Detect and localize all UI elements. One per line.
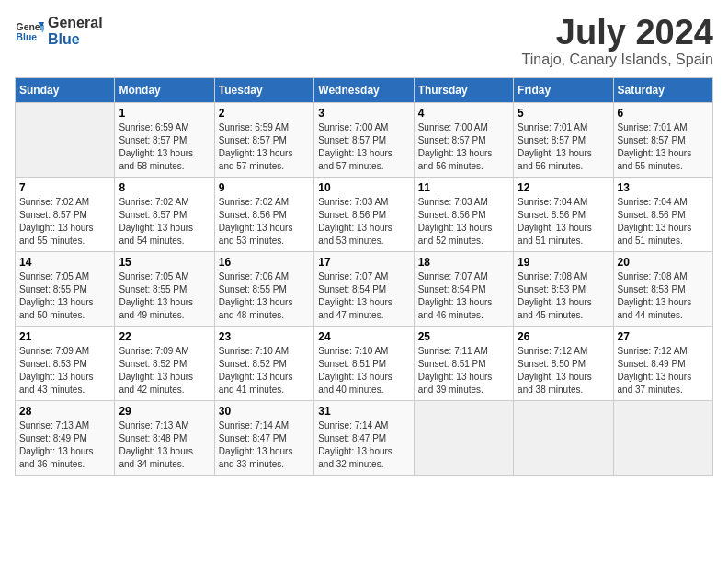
weekday-header-sunday: Sunday bbox=[16, 78, 115, 103]
calendar-week-row: 7Sunrise: 7:02 AM Sunset: 8:57 PM Daylig… bbox=[16, 178, 713, 252]
day-number: 22 bbox=[119, 330, 210, 343]
day-number: 12 bbox=[518, 181, 609, 194]
day-info: Sunrise: 7:02 AM Sunset: 8:57 PM Dayligh… bbox=[19, 196, 110, 247]
calendar-cell bbox=[514, 401, 613, 476]
day-number: 29 bbox=[119, 405, 210, 418]
day-info: Sunrise: 6:59 AM Sunset: 8:57 PM Dayligh… bbox=[119, 121, 210, 173]
day-info: Sunrise: 7:05 AM Sunset: 8:55 PM Dayligh… bbox=[19, 270, 110, 322]
day-info: Sunrise: 7:03 AM Sunset: 8:56 PM Dayligh… bbox=[418, 196, 509, 247]
calendar-cell: 12Sunrise: 7:04 AM Sunset: 8:56 PM Dayli… bbox=[514, 178, 613, 252]
calendar-cell: 25Sunrise: 7:11 AM Sunset: 8:51 PM Dayli… bbox=[414, 327, 513, 401]
day-info: Sunrise: 7:07 AM Sunset: 8:54 PM Dayligh… bbox=[418, 270, 509, 322]
svg-text:Blue: Blue bbox=[17, 32, 38, 42]
day-info: Sunrise: 7:01 AM Sunset: 8:57 PM Dayligh… bbox=[618, 121, 709, 173]
weekday-header-saturday: Saturday bbox=[613, 78, 712, 103]
weekday-header-friday: Friday bbox=[514, 78, 613, 103]
calendar-cell: 16Sunrise: 7:06 AM Sunset: 8:55 PM Dayli… bbox=[214, 252, 313, 327]
day-number: 2 bbox=[219, 107, 310, 120]
day-number: 30 bbox=[219, 405, 310, 418]
calendar-week-row: 1Sunrise: 6:59 AM Sunset: 8:57 PM Daylig… bbox=[16, 103, 713, 178]
calendar-cell: 31Sunrise: 7:14 AM Sunset: 8:47 PM Dayli… bbox=[314, 401, 414, 476]
title-area: July 2024 Tinajo, Canary Islands, Spain bbox=[522, 15, 713, 68]
calendar-cell: 13Sunrise: 7:04 AM Sunset: 8:56 PM Dayli… bbox=[613, 178, 712, 252]
day-number: 23 bbox=[219, 330, 310, 343]
calendar-cell: 17Sunrise: 7:07 AM Sunset: 8:54 PM Dayli… bbox=[314, 252, 414, 327]
calendar-cell: 21Sunrise: 7:09 AM Sunset: 8:53 PM Dayli… bbox=[16, 327, 115, 401]
day-info: Sunrise: 7:02 AM Sunset: 8:56 PM Dayligh… bbox=[219, 196, 310, 247]
weekday-header-monday: Monday bbox=[115, 78, 214, 103]
calendar-cell: 5Sunrise: 7:01 AM Sunset: 8:57 PM Daylig… bbox=[514, 103, 613, 178]
day-number: 8 bbox=[119, 181, 210, 194]
day-info: Sunrise: 7:01 AM Sunset: 8:57 PM Dayligh… bbox=[518, 121, 609, 173]
day-number: 11 bbox=[418, 181, 509, 194]
calendar-cell: 14Sunrise: 7:05 AM Sunset: 8:55 PM Dayli… bbox=[16, 252, 115, 327]
day-info: Sunrise: 7:13 AM Sunset: 8:48 PM Dayligh… bbox=[119, 419, 210, 471]
logo-icon: General Blue bbox=[15, 18, 44, 44]
calendar-cell: 27Sunrise: 7:12 AM Sunset: 8:49 PM Dayli… bbox=[613, 327, 712, 401]
calendar-cell: 30Sunrise: 7:14 AM Sunset: 8:47 PM Dayli… bbox=[214, 401, 313, 476]
day-number: 26 bbox=[518, 330, 609, 343]
day-number: 17 bbox=[318, 256, 409, 269]
day-info: Sunrise: 7:10 AM Sunset: 8:51 PM Dayligh… bbox=[318, 345, 409, 396]
calendar-cell: 2Sunrise: 6:59 AM Sunset: 8:57 PM Daylig… bbox=[214, 103, 313, 178]
day-info: Sunrise: 7:03 AM Sunset: 8:56 PM Dayligh… bbox=[318, 196, 409, 247]
day-info: Sunrise: 7:08 AM Sunset: 8:53 PM Dayligh… bbox=[518, 270, 609, 322]
calendar-cell bbox=[414, 401, 513, 476]
calendar-cell bbox=[16, 103, 115, 178]
day-info: Sunrise: 7:09 AM Sunset: 8:53 PM Dayligh… bbox=[19, 345, 110, 396]
logo-general: General bbox=[48, 15, 103, 31]
day-info: Sunrise: 7:07 AM Sunset: 8:54 PM Dayligh… bbox=[318, 270, 409, 322]
day-number: 31 bbox=[318, 405, 409, 418]
day-info: Sunrise: 7:00 AM Sunset: 8:57 PM Dayligh… bbox=[318, 121, 409, 173]
day-number: 7 bbox=[19, 181, 110, 194]
day-info: Sunrise: 7:02 AM Sunset: 8:57 PM Dayligh… bbox=[119, 196, 210, 247]
day-number: 9 bbox=[219, 181, 310, 194]
day-info: Sunrise: 7:00 AM Sunset: 8:57 PM Dayligh… bbox=[418, 121, 509, 173]
day-number: 18 bbox=[418, 256, 509, 269]
day-info: Sunrise: 7:04 AM Sunset: 8:56 PM Dayligh… bbox=[618, 196, 709, 247]
logo: General Blue General Blue bbox=[15, 15, 103, 47]
day-number: 1 bbox=[119, 107, 210, 120]
calendar-cell: 23Sunrise: 7:10 AM Sunset: 8:52 PM Dayli… bbox=[214, 327, 313, 401]
calendar-cell: 6Sunrise: 7:01 AM Sunset: 8:57 PM Daylig… bbox=[613, 103, 712, 178]
calendar-cell: 26Sunrise: 7:12 AM Sunset: 8:50 PM Dayli… bbox=[514, 327, 613, 401]
day-number: 16 bbox=[219, 256, 310, 269]
weekday-header-row: SundayMondayTuesdayWednesdayThursdayFrid… bbox=[16, 78, 713, 103]
day-number: 21 bbox=[19, 330, 110, 343]
day-info: Sunrise: 7:04 AM Sunset: 8:56 PM Dayligh… bbox=[518, 196, 609, 247]
calendar-cell: 29Sunrise: 7:13 AM Sunset: 8:48 PM Dayli… bbox=[115, 401, 214, 476]
day-number: 28 bbox=[19, 405, 110, 418]
day-info: Sunrise: 7:08 AM Sunset: 8:53 PM Dayligh… bbox=[618, 270, 709, 322]
day-number: 15 bbox=[119, 256, 210, 269]
calendar-cell: 3Sunrise: 7:00 AM Sunset: 8:57 PM Daylig… bbox=[314, 103, 414, 178]
calendar-cell: 28Sunrise: 7:13 AM Sunset: 8:49 PM Dayli… bbox=[16, 401, 115, 476]
day-number: 19 bbox=[518, 256, 609, 269]
day-number: 6 bbox=[618, 107, 709, 120]
day-info: Sunrise: 7:11 AM Sunset: 8:51 PM Dayligh… bbox=[418, 345, 509, 396]
location-subtitle: Tinajo, Canary Islands, Spain bbox=[522, 52, 713, 68]
calendar-cell: 1Sunrise: 6:59 AM Sunset: 8:57 PM Daylig… bbox=[115, 103, 214, 178]
calendar-cell: 9Sunrise: 7:02 AM Sunset: 8:56 PM Daylig… bbox=[214, 178, 313, 252]
day-info: Sunrise: 7:14 AM Sunset: 8:47 PM Dayligh… bbox=[219, 419, 310, 471]
day-number: 25 bbox=[418, 330, 509, 343]
weekday-header-wednesday: Wednesday bbox=[314, 78, 414, 103]
calendar-cell: 20Sunrise: 7:08 AM Sunset: 8:53 PM Dayli… bbox=[613, 252, 712, 327]
calendar-cell: 4Sunrise: 7:00 AM Sunset: 8:57 PM Daylig… bbox=[414, 103, 513, 178]
day-info: Sunrise: 6:59 AM Sunset: 8:57 PM Dayligh… bbox=[219, 121, 310, 173]
calendar-week-row: 14Sunrise: 7:05 AM Sunset: 8:55 PM Dayli… bbox=[16, 252, 713, 327]
day-info: Sunrise: 7:13 AM Sunset: 8:49 PM Dayligh… bbox=[19, 419, 110, 471]
calendar-cell: 10Sunrise: 7:03 AM Sunset: 8:56 PM Dayli… bbox=[314, 178, 414, 252]
day-number: 24 bbox=[318, 330, 409, 343]
month-year-title: July 2024 bbox=[522, 15, 713, 50]
calendar-cell: 15Sunrise: 7:05 AM Sunset: 8:55 PM Dayli… bbox=[115, 252, 214, 327]
day-info: Sunrise: 7:10 AM Sunset: 8:52 PM Dayligh… bbox=[219, 345, 310, 396]
calendar-cell: 8Sunrise: 7:02 AM Sunset: 8:57 PM Daylig… bbox=[115, 178, 214, 252]
calendar-week-row: 21Sunrise: 7:09 AM Sunset: 8:53 PM Dayli… bbox=[16, 327, 713, 401]
day-number: 14 bbox=[19, 256, 110, 269]
day-number: 13 bbox=[618, 181, 709, 194]
calendar-cell: 18Sunrise: 7:07 AM Sunset: 8:54 PM Dayli… bbox=[414, 252, 513, 327]
day-info: Sunrise: 7:14 AM Sunset: 8:47 PM Dayligh… bbox=[318, 419, 409, 471]
day-info: Sunrise: 7:09 AM Sunset: 8:52 PM Dayligh… bbox=[119, 345, 210, 396]
day-number: 10 bbox=[318, 181, 409, 194]
calendar-week-row: 28Sunrise: 7:13 AM Sunset: 8:49 PM Dayli… bbox=[16, 401, 713, 476]
